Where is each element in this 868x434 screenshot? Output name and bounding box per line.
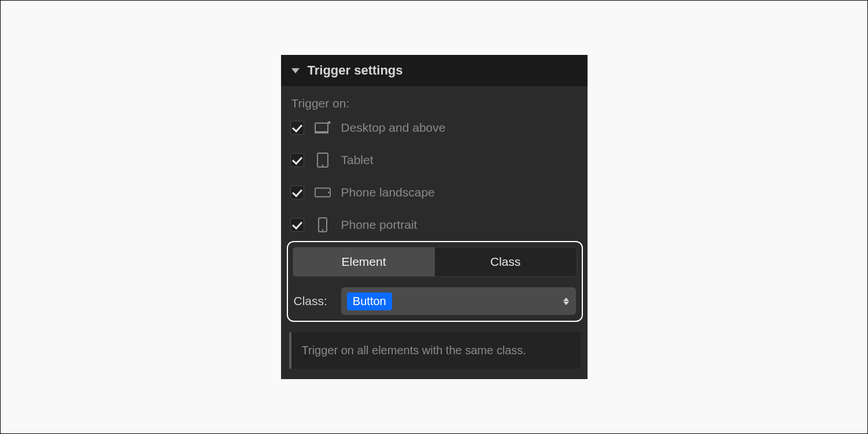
trigger-on-label: Trigger on: [289,97,581,110]
phone-portrait-icon [315,217,331,233]
hint-box: Trigger on all elements with the same cl… [289,332,581,369]
desktop-icon [315,120,331,136]
panel-header[interactable]: Trigger settings [281,55,588,86]
segment-element[interactable]: Element [293,247,435,276]
svg-point-6 [327,192,329,194]
tablet-icon [315,152,331,168]
svg-point-8 [322,229,323,231]
highlight-outline: Element Class Class: Button [287,241,583,322]
checkbox-tablet[interactable] [290,153,304,167]
breakpoint-label: Desktop and above [341,121,446,135]
checkbox-desktop[interactable] [290,121,304,135]
segment-class[interactable]: Class [435,247,577,276]
breakpoint-row-phone-landscape: Phone landscape [289,184,581,201]
svg-rect-0 [315,123,328,132]
breakpoint-row-desktop: Desktop and above [289,120,581,136]
breakpoint-row-tablet: Tablet [289,152,581,168]
select-updown-icon [563,298,569,305]
panel-title: Trigger settings [308,63,403,78]
breakpoint-label: Tablet [341,153,374,167]
svg-point-4 [322,164,323,166]
breakpoint-label: Phone portrait [341,218,418,232]
svg-rect-1 [315,132,328,133]
collapse-triangle-icon [291,68,300,73]
checkbox-phone-landscape[interactable] [290,186,304,199]
class-chip: Button [347,292,392,310]
class-select[interactable]: Button [341,287,576,315]
breakpoint-label: Phone landscape [341,186,435,199]
breakpoint-row-phone-portrait: Phone portrait [289,217,581,233]
checkbox-phone-portrait[interactable] [290,218,304,232]
panel-body: Trigger on: Desktop and above [281,86,588,379]
class-row-label: Class: [294,294,327,308]
class-row: Class: Button [293,287,577,315]
trigger-settings-panel: Trigger settings Trigger on: Desktop and… [281,55,588,379]
segmented-control: Element Class [293,247,577,277]
phone-landscape-icon [315,184,331,201]
